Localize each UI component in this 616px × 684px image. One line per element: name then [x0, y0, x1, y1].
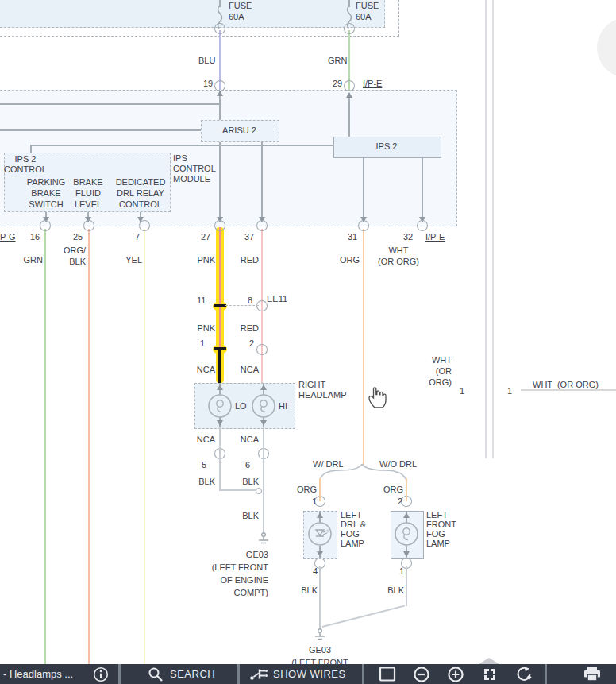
wire-color-label: ORG	[382, 485, 403, 495]
show-wires-button[interactable]: SHOW WIRES	[273, 668, 346, 680]
center-focus-icon[interactable]	[483, 667, 497, 682]
connector-link-ee11[interactable]: EE11	[267, 294, 287, 304]
ground-icon[interactable]	[314, 628, 326, 644]
diagram-tab-title[interactable]: - Headlamps ...	[3, 668, 73, 680]
flow-arrow-icon	[317, 551, 323, 557]
fuse-rating: 60A	[229, 12, 244, 22]
toolbar-divider	[545, 664, 547, 684]
wire-blk-diagonal[interactable]	[322, 605, 405, 628]
pin-label: 1	[312, 497, 317, 507]
wire-blk[interactable]	[219, 489, 257, 491]
show-wires-icon[interactable]	[249, 667, 270, 682]
info-icon[interactable]	[93, 667, 109, 682]
flow-arrow-icon	[346, 92, 352, 98]
pin-label: 2	[249, 338, 254, 349]
floating-button[interactable]	[597, 17, 616, 78]
module-wire	[422, 157, 423, 222]
wire-color-label: PNK	[194, 255, 215, 265]
wire-color-label: WHT (OR ORG)	[377, 245, 420, 267]
flow-arrow-icon	[260, 385, 267, 390]
pin-label: 1	[507, 386, 512, 396]
wire-blk[interactable]	[406, 566, 407, 606]
flow-arrow-icon	[260, 420, 267, 426]
fit-page-icon[interactable]	[379, 667, 396, 682]
bottom-toolbar: - Headlamps ... SEARCH SHOW WIRES	[0, 664, 616, 684]
wire-color-label: NCA	[192, 365, 215, 375]
wire-grn-16[interactable]	[44, 229, 46, 664]
pin-label: 8	[248, 296, 252, 306]
wire-color-label: ORG	[295, 485, 317, 495]
pin-label: 7	[135, 232, 140, 242]
fog-bulb-icon[interactable]	[394, 521, 419, 547]
module-wire	[31, 145, 333, 146]
wire-org[interactable]	[319, 478, 321, 501]
high-beam-bulb-icon[interactable]	[251, 393, 276, 419]
module-wire	[0, 129, 201, 131]
wire-color-label: GRN	[21, 255, 43, 265]
rotate-icon[interactable]	[514, 667, 533, 682]
ips2-label: IPS 2	[333, 141, 440, 152]
toolbar-divider	[362, 664, 364, 684]
wire-color-label: ORG	[338, 255, 360, 265]
wire-blk[interactable]	[219, 427, 221, 491]
wire-yel-7[interactable]	[144, 229, 145, 664]
scroll-handle[interactable]	[479, 658, 499, 664]
connector-splice-icon	[214, 80, 226, 91]
pin-label: 31	[348, 232, 357, 242]
connector-splice-icon	[214, 23, 226, 34]
pin-label: 29	[333, 79, 342, 89]
hi-beam-label: HI	[279, 401, 287, 412]
wiring-diagram-viewer: ARISU 2 IPS 2 CONTROL PARKING BRAKE SWIT…	[0, 0, 616, 684]
wire-color-label: BLK	[295, 585, 318, 596]
wire-org[interactable]	[406, 478, 407, 501]
search-icon[interactable]	[148, 667, 164, 682]
wire-color-label: BLK	[193, 477, 215, 487]
module-wire	[30, 145, 32, 153]
pin-label: 2	[398, 497, 402, 507]
pin-label: 32	[403, 232, 413, 242]
pin-label: 37	[244, 232, 254, 242]
fuse-rating: 60A	[356, 12, 372, 22]
wire-color-label: BLK	[237, 511, 259, 521]
fuse-block-box[interactable]	[0, 0, 385, 28]
pin-label: 4	[313, 566, 318, 577]
connector-splice-icon	[343, 80, 356, 91]
flow-arrow-icon	[403, 512, 410, 518]
splice-tick	[214, 347, 226, 350]
connector-link-ipe[interactable]: I/P-E	[425, 232, 445, 242]
connector-link-ipg[interactable]: P-G	[0, 232, 16, 242]
wire-color-label: BLU	[198, 56, 215, 66]
left-drl-fog-lamp-label: LEFT DRL & FOG LAMP	[341, 510, 366, 548]
pin-label: 1	[399, 566, 404, 577]
flow-arrow-icon	[317, 512, 323, 518]
arisu-2-label: ARISU 2	[201, 126, 278, 136]
wire-color-label: RED	[237, 255, 259, 265]
wire-color-label: RED	[237, 323, 259, 334]
ground-icon[interactable]	[257, 532, 270, 548]
wire-blk[interactable]	[263, 427, 264, 534]
wire-color-label: WHT (OR ORG)	[418, 354, 452, 388]
connector-splice-icon	[343, 23, 356, 34]
search-button[interactable]: SEARCH	[170, 668, 215, 680]
wire-color-label: ORG/ BLK	[64, 245, 86, 267]
connector-splice-icon	[214, 220, 226, 231]
flow-arrow-icon	[403, 551, 410, 557]
wire-color-label: BLK	[382, 585, 404, 596]
wire-orgblk-25[interactable]	[88, 229, 90, 664]
junction-dot	[256, 488, 262, 494]
wire-blk[interactable]	[319, 566, 321, 629]
zoom-in-icon[interactable]	[447, 667, 464, 684]
pin-label: 11	[197, 296, 206, 306]
cursor-icon	[365, 385, 391, 412]
zoom-out-icon[interactable]	[413, 667, 430, 684]
connector-link-ipe[interactable]: I/P-E	[363, 79, 382, 89]
toolbar-divider	[237, 664, 240, 684]
drl-led-bulb-icon[interactable]	[307, 521, 333, 547]
page-boundary-line	[492, 0, 494, 458]
low-beam-bulb-icon[interactable]	[207, 393, 233, 419]
pin-label: 6	[245, 460, 250, 470]
wire-color-label: NCA	[236, 365, 259, 375]
print-icon[interactable]	[583, 667, 601, 682]
ground-label: GE03 (LEFT FRONT OF ENGINE COMPT)	[191, 548, 268, 599]
wire-org-31[interactable]	[363, 229, 364, 465]
